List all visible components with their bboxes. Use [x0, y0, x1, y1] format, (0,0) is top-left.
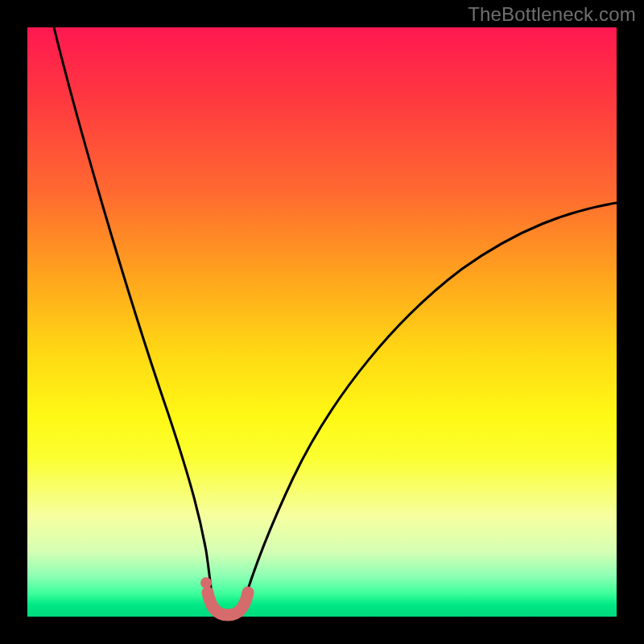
bottleneck-curve [27, 27, 617, 617]
chart-frame: TheBottleneck.com [0, 0, 644, 644]
curve-right-branch [242, 203, 617, 607]
optimal-point-dot [200, 577, 212, 588]
curve-left-branch [54, 27, 213, 607]
optimal-range-marker [208, 592, 248, 615]
plot-area [27, 27, 617, 617]
watermark-text: TheBottleneck.com [468, 3, 636, 26]
